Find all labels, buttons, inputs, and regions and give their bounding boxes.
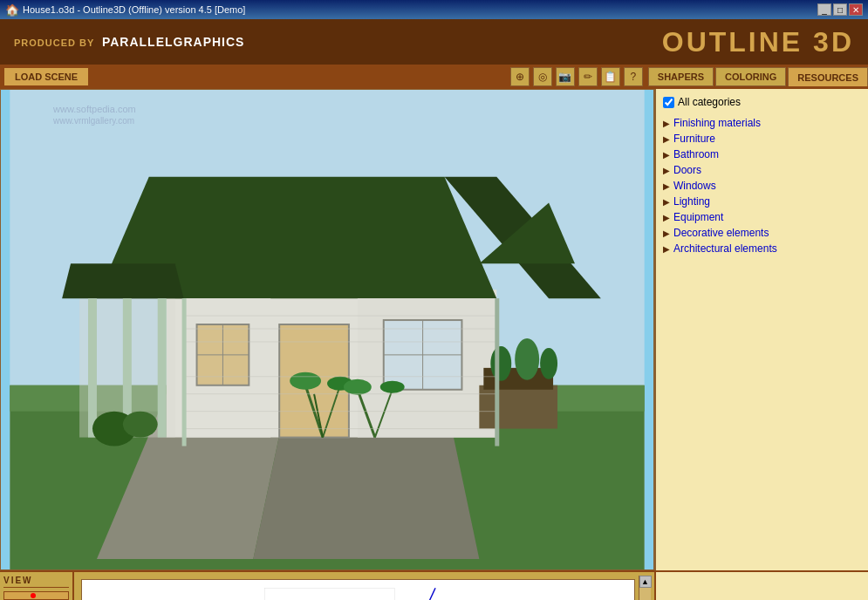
scroll-track bbox=[639, 588, 651, 600]
svg-rect-51 bbox=[495, 298, 499, 446]
category-link-decorative[interactable]: Decorative elements bbox=[673, 227, 769, 239]
arrow-icon: ▶ bbox=[663, 166, 670, 175]
arrow-icon: ▶ bbox=[663, 181, 670, 191]
brand-name: PARALLELGRAPHICS bbox=[102, 35, 245, 49]
view-label: VIEW bbox=[3, 576, 69, 588]
title-bar: 🏠 House1.o3d - Outline3D (Offline) versi… bbox=[0, 0, 868, 19]
svg-point-29 bbox=[490, 346, 511, 381]
plan-view-container: ▲ ▼ bbox=[74, 572, 654, 600]
all-categories-checkbox[interactable] bbox=[663, 97, 674, 108]
resources-panel: All categories ▶ Finishing materials ▶ F… bbox=[654, 89, 868, 570]
help-icon[interactable]: ? bbox=[624, 67, 643, 86]
tab-coloring[interactable]: COLORING bbox=[715, 67, 786, 86]
maximize-button[interactable]: □ bbox=[833, 3, 847, 16]
main-toolbar: LOAD SCENE ⊕ ◎ 📷 ✏ 📋 ? SHAPERS COLORING … bbox=[0, 65, 868, 89]
app-logo: OUTLINE 3D bbox=[662, 26, 854, 58]
bottom-panel: VIEW 🏠 📷 ↔ ↺ ⊕ 3 4 bbox=[0, 570, 868, 600]
svg-point-35 bbox=[290, 372, 321, 390]
scroll-up-arrow[interactable]: ▲ bbox=[639, 576, 652, 588]
watermark-vrmlgallery: www.vrmlgallery.com bbox=[53, 116, 134, 126]
svg-rect-11 bbox=[88, 298, 97, 437]
logo-text: OUTLINE 3D bbox=[662, 26, 854, 58]
view-ruler bbox=[3, 591, 69, 600]
arrow-icon: ▶ bbox=[663, 228, 670, 238]
svg-rect-27 bbox=[479, 385, 557, 429]
category-link-furniture[interactable]: Furniture bbox=[673, 133, 715, 145]
svg-point-42 bbox=[123, 412, 158, 438]
list-item[interactable]: ▶ Furniture bbox=[663, 131, 861, 147]
window-controls[interactable]: _ □ ✕ bbox=[817, 3, 863, 16]
minimize-button[interactable]: _ bbox=[817, 3, 831, 16]
svg-marker-10 bbox=[62, 263, 183, 298]
toolbar-icons: ⊕ ◎ 📷 ✏ 📋 ? bbox=[510, 67, 643, 86]
category-link-doors[interactable]: Doors bbox=[673, 164, 701, 176]
category-link-finishing[interactable]: Finishing materials bbox=[673, 117, 761, 129]
svg-point-30 bbox=[515, 338, 539, 380]
ruler-dot bbox=[31, 593, 36, 598]
tab-resources[interactable]: RESOURCES bbox=[788, 67, 868, 86]
all-categories-header[interactable]: All categories bbox=[663, 96, 861, 108]
toolbar-icon-1[interactable]: ⊕ bbox=[510, 67, 530, 86]
list-item[interactable]: ▶ Windows bbox=[663, 178, 861, 194]
arrow-icon: ▶ bbox=[663, 150, 670, 160]
svg-rect-52 bbox=[256, 580, 460, 600]
main-content: www.softpedia.com www.vrmlgallery.com Al… bbox=[0, 89, 868, 570]
view-section: VIEW 🏠 📷 ↔ ↺ ⊕ 3 4 bbox=[0, 572, 74, 600]
3d-viewport[interactable]: www.softpedia.com www.vrmlgallery.com bbox=[0, 89, 654, 570]
toolbar-icon-2[interactable]: ◎ bbox=[533, 67, 552, 86]
tab-shapers[interactable]: SHAPERS bbox=[648, 67, 714, 86]
window-title: 🏠 House1.o3d - Outline3D (Offline) versi… bbox=[5, 3, 245, 17]
category-link-architectural[interactable]: Architectural elements bbox=[673, 242, 777, 255]
list-item[interactable]: ▶ Doors bbox=[663, 162, 861, 178]
arrow-icon: ▶ bbox=[663, 213, 670, 222]
arrow-icon: ▶ bbox=[663, 197, 670, 207]
category-list: ▶ Finishing materials ▶ Furniture ▶ Bath… bbox=[663, 115, 861, 256]
edit-icon[interactable]: ✏ bbox=[578, 67, 598, 86]
right-panel-bottom: SORT BY type name size bbox=[654, 572, 868, 600]
plan-svg bbox=[82, 580, 634, 600]
watermark-softpedia: www.softpedia.com bbox=[53, 104, 136, 114]
copy-icon[interactable]: 📋 bbox=[601, 67, 620, 86]
app-header: PRODUCED BY PARALLELGRAPHICS OUTLINE 3D bbox=[0, 19, 868, 65]
list-item[interactable]: ▶ Bathroom bbox=[663, 147, 861, 162]
svg-point-40 bbox=[380, 381, 405, 393]
list-item[interactable]: ▶ Decorative elements bbox=[663, 225, 861, 241]
category-link-bathroom[interactable]: Bathroom bbox=[673, 148, 719, 160]
list-item[interactable]: ▶ Finishing materials bbox=[663, 115, 861, 131]
list-item[interactable]: ▶ Lighting bbox=[663, 194, 861, 209]
category-link-equipment[interactable]: Equipment bbox=[673, 211, 723, 223]
list-item[interactable]: ▶ Equipment bbox=[663, 209, 861, 225]
brand-prefix: PRODUCED BY bbox=[14, 38, 94, 48]
close-button[interactable]: ✕ bbox=[849, 3, 863, 16]
2d-plan-view[interactable] bbox=[81, 579, 635, 600]
svg-rect-12 bbox=[158, 298, 167, 437]
title-text: House1.o3d - Outline3D (Offline) version… bbox=[23, 4, 245, 15]
scene-svg bbox=[1, 90, 653, 569]
brand: PRODUCED BY PARALLELGRAPHICS bbox=[14, 35, 244, 49]
arrow-icon: ▶ bbox=[663, 119, 670, 128]
load-scene-button[interactable]: LOAD SCENE bbox=[3, 67, 89, 86]
category-link-lighting[interactable]: Lighting bbox=[673, 195, 710, 208]
plan-scrollbar[interactable]: ▲ ▼ bbox=[639, 576, 651, 600]
svg-rect-50 bbox=[182, 298, 187, 446]
arrow-icon: ▶ bbox=[663, 244, 670, 254]
camera-icon[interactable]: 📷 bbox=[556, 67, 575, 86]
arrow-icon: ▶ bbox=[663, 134, 670, 144]
all-categories-label: All categories bbox=[678, 96, 741, 108]
category-link-windows[interactable]: Windows bbox=[673, 180, 716, 192]
list-item[interactable]: ▶ Architectural elements bbox=[663, 241, 861, 256]
svg-point-31 bbox=[540, 348, 557, 379]
svg-point-39 bbox=[344, 379, 372, 395]
